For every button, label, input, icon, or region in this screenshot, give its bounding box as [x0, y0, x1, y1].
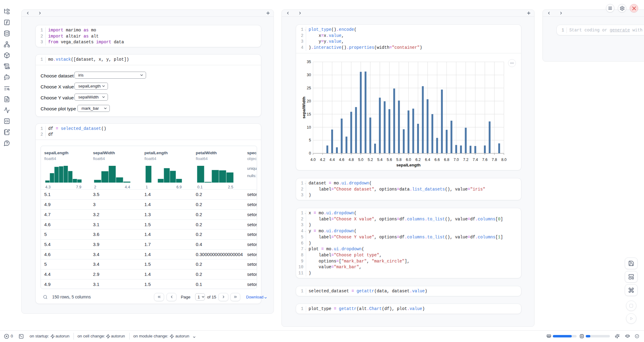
svg-text:5.4: 5.4 — [377, 158, 382, 162]
svg-text:7.0: 7.0 — [453, 158, 459, 162]
svg-text:6.4: 6.4 — [425, 158, 430, 162]
svg-text:6.6: 6.6 — [435, 158, 440, 162]
svg-text:6.0: 6.0 — [406, 158, 411, 162]
svg-text:sepalLength: sepalLength — [396, 163, 421, 167]
svg-text:5.2: 5.2 — [368, 158, 373, 162]
svg-text:4.0: 4.0 — [310, 158, 316, 162]
svg-text:5.8: 5.8 — [396, 158, 402, 162]
svg-text:15: 15 — [307, 112, 311, 116]
svg-text:5.0: 5.0 — [358, 158, 363, 162]
svg-text:4.6: 4.6 — [339, 158, 344, 162]
svg-text:25: 25 — [307, 86, 311, 90]
svg-text:4.4: 4.4 — [330, 158, 335, 162]
svg-text:4.8: 4.8 — [349, 158, 354, 162]
svg-text:20: 20 — [307, 99, 311, 103]
svg-text:30: 30 — [307, 73, 311, 77]
svg-text:0: 0 — [309, 151, 311, 155]
svg-text:10: 10 — [307, 125, 311, 129]
svg-text:6.8: 6.8 — [444, 158, 449, 162]
svg-text:7.2: 7.2 — [463, 158, 468, 162]
svg-text:8.0: 8.0 — [501, 158, 506, 162]
svg-text:35: 35 — [307, 60, 311, 64]
svg-text:7.4: 7.4 — [473, 158, 478, 162]
svg-text:4.2: 4.2 — [320, 158, 325, 162]
svg-text:7.8: 7.8 — [492, 158, 497, 162]
svg-text:5: 5 — [309, 138, 311, 142]
svg-text:5.6: 5.6 — [387, 158, 392, 162]
svg-text:sepalWidth: sepalWidth — [302, 97, 306, 119]
svg-text:6.2: 6.2 — [415, 158, 420, 162]
svg-text:7.6: 7.6 — [482, 158, 487, 162]
